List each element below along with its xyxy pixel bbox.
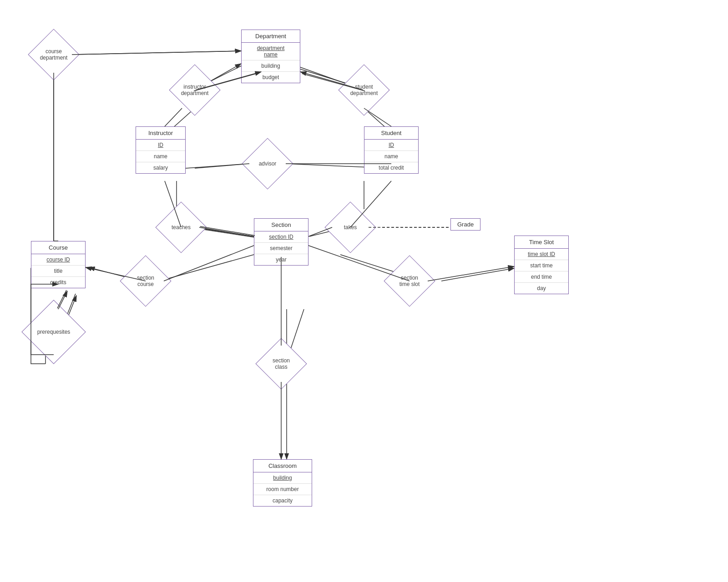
entity-classroom-title: Classroom [253, 460, 312, 472]
attr-section-id: section ID [254, 231, 308, 243]
svg-line-20 [159, 255, 254, 281]
entity-course: Course course ID title credits [31, 241, 86, 288]
er-diagram: Department departmentname building budge… [0, 0, 728, 582]
entity-instructor: Instructor ID name salary [136, 126, 186, 174]
entity-student-title: Student [364, 127, 418, 140]
attr-instructor-id: ID [136, 140, 185, 151]
attr-dept-name: departmentname [242, 43, 300, 60]
attr-student-id: ID [364, 140, 418, 151]
entity-timeslot: Time Slot time slot ID start time end ti… [514, 236, 569, 294]
attr-course-title: title [31, 266, 85, 277]
attr-timeslot-start: start time [515, 260, 568, 271]
diamond-advisor: advisor [249, 146, 286, 182]
attr-dept-budget: budget [242, 72, 300, 83]
attr-course-id: course ID [31, 254, 85, 266]
attr-section-semester: semester [254, 243, 308, 254]
attr-instructor-name: name [136, 151, 185, 162]
entity-course-title: Course [31, 241, 85, 254]
diamond-takes: takes [332, 209, 369, 246]
attr-timeslot-id: time slot ID [515, 249, 568, 260]
entity-section: Section section ID semester year [254, 218, 308, 266]
diamond-course-department: coursedepartment [35, 36, 72, 73]
attr-timeslot-day: day [515, 283, 568, 294]
attr-classroom-capacity: capacity [253, 495, 312, 506]
attr-classroom-room: room number [253, 484, 312, 495]
attr-classroom-building: building [253, 472, 312, 484]
attr-dept-building: building [242, 60, 300, 72]
attr-student-total-credit: total credit [364, 162, 418, 173]
entity-department-title: Department [242, 30, 300, 43]
diamond-section-course: sectioncourse [127, 263, 164, 299]
entity-student: Student ID name total credit [364, 126, 419, 174]
entity-section-title: Section [254, 219, 308, 231]
svg-line-22 [441, 268, 514, 281]
grade-label: Grade [457, 221, 474, 228]
attr-section-year: year [254, 254, 308, 265]
diamond-section-class: sectionclass [263, 346, 299, 382]
svg-line-11 [195, 164, 249, 168]
attr-timeslot-end: end time [515, 271, 568, 283]
diamond-prerequesites: prerequesites [31, 309, 76, 355]
grade-box: Grade [450, 218, 480, 231]
diamond-teaches: teaches [163, 209, 199, 246]
entity-instructor-title: Instructor [136, 127, 185, 140]
entity-classroom: Classroom building room number capacity [253, 459, 312, 507]
diamond-instructor-department: instructordepartment [177, 72, 213, 108]
svg-line-3 [72, 51, 241, 55]
entity-department: Department departmentname building budge… [241, 30, 300, 83]
diamond-student-department: studentdepartment [346, 72, 382, 108]
attr-course-credits: credits [31, 277, 85, 288]
entity-timeslot-title: Time Slot [515, 236, 568, 249]
attr-student-name: name [364, 151, 418, 162]
attr-instructor-salary: salary [136, 162, 185, 173]
diamond-section-timeslot: sectiontime slot [391, 263, 428, 299]
